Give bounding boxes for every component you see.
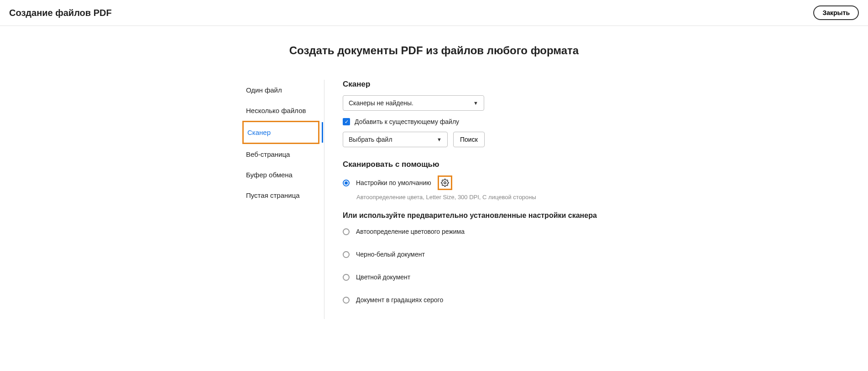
append-checkbox-row: ✓ Добавить к существующему файлу <box>343 118 626 125</box>
file-select-value: Выбрать файл <box>349 136 392 143</box>
header: Создание файлов PDF Закрыть <box>0 0 868 26</box>
sidebar-item-single-file[interactable]: Один файл <box>242 80 319 100</box>
chevron-down-icon: ▼ <box>473 100 478 106</box>
preset-label: Документ в градациях серого <box>356 296 443 304</box>
append-checkbox[interactable]: ✓ <box>343 118 350 125</box>
chevron-down-icon: ▼ <box>437 137 442 142</box>
scanner-section-title: Сканер <box>343 80 626 89</box>
search-button[interactable]: Поиск <box>453 132 485 147</box>
sidebar-item-clipboard[interactable]: Буфер обмена <box>242 165 319 185</box>
file-select[interactable]: Выбрать файл ▼ <box>343 132 448 147</box>
preset-row: Автоопределение цветового режима <box>343 228 626 235</box>
default-settings-row: Настройки по умолчанию <box>343 175 626 190</box>
sidebar-item-multiple-files[interactable]: Несколько файлов <box>242 100 319 121</box>
preset-label: Автоопределение цветового режима <box>356 228 465 235</box>
scanner-select[interactable]: Сканеры не найдены. ▼ <box>343 95 484 111</box>
default-settings-label: Настройки по умолчанию <box>356 179 431 186</box>
scanner-panel: Сканер Сканеры не найдены. ▼ ✓ Добавить … <box>324 80 626 319</box>
content: Один файл Несколько файлов Сканер Веб-ст… <box>0 80 868 319</box>
sidebar: Один файл Несколько файлов Сканер Веб-ст… <box>242 80 324 319</box>
page-title: Создание файлов PDF <box>9 8 112 18</box>
sidebar-item-scanner[interactable]: Сканер <box>242 121 319 144</box>
gear-icon <box>441 179 449 187</box>
sidebar-item-label: Веб-страница <box>246 150 290 158</box>
sidebar-item-label: Один файл <box>246 86 282 94</box>
preset-row: Цветной документ <box>343 273 626 281</box>
file-row: Выбрать файл ▼ Поиск <box>343 132 626 147</box>
append-label: Добавить к существующему файлу <box>355 118 459 125</box>
preset-label: Черно-белый документ <box>356 251 425 258</box>
preset-row: Черно-белый документ <box>343 251 626 258</box>
sidebar-item-label: Буфер обмена <box>246 171 293 179</box>
svg-point-0 <box>444 182 446 184</box>
scanner-select-value: Сканеры не найдены. <box>349 99 413 107</box>
preset-radio-bw[interactable] <box>343 251 350 258</box>
sidebar-item-webpage[interactable]: Веб-страница <box>242 144 319 165</box>
sidebar-item-label: Сканер <box>247 129 271 136</box>
preset-radio-auto-color[interactable] <box>343 228 350 235</box>
preset-label: Цветной документ <box>356 273 410 281</box>
scan-with-title: Сканировать с помощью <box>343 160 626 169</box>
preset-row: Документ в градациях серого <box>343 296 626 304</box>
default-settings-hint: Автоопределение цвета, Letter Size, 300 … <box>356 194 626 201</box>
close-button[interactable]: Закрыть <box>813 5 859 20</box>
settings-gear-button[interactable] <box>438 175 452 190</box>
sidebar-item-label: Несколько файлов <box>246 107 306 114</box>
sidebar-item-blank-page[interactable]: Пустая страница <box>242 185 319 206</box>
default-settings-radio[interactable] <box>343 180 350 186</box>
preset-section-title: Или используйте предварительно установле… <box>343 211 626 220</box>
sidebar-item-label: Пустая страница <box>246 191 300 199</box>
preset-section: Автоопределение цветового режима Черно-б… <box>343 228 626 304</box>
main-heading: Создать документы PDF из файлов любого ф… <box>0 44 868 57</box>
preset-radio-grayscale[interactable] <box>343 297 350 304</box>
preset-radio-color[interactable] <box>343 274 350 281</box>
